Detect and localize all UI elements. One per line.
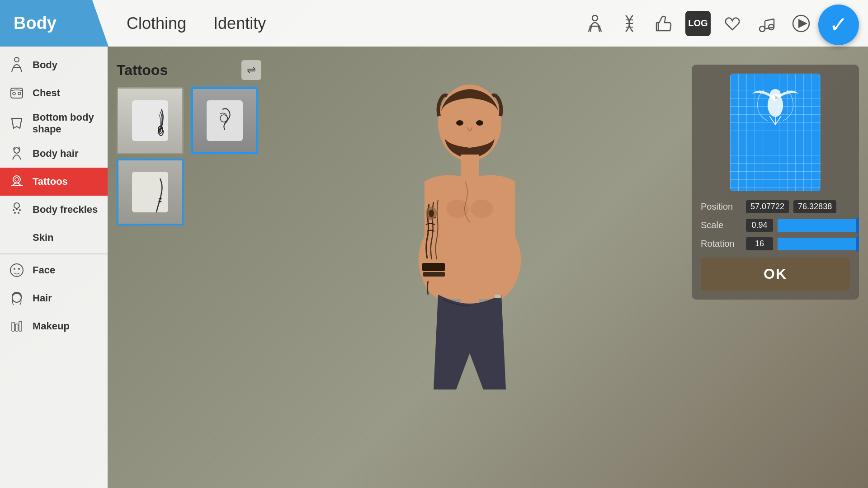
shuffle-icon: ⇌ bbox=[247, 64, 256, 76]
svg-point-22 bbox=[18, 92, 21, 95]
svg-point-29 bbox=[14, 203, 19, 208]
rotation-label: Rotation bbox=[701, 239, 741, 249]
body-freckles-label: Body freckles bbox=[33, 204, 98, 216]
rotation-slider[interactable] bbox=[778, 238, 859, 250]
dna-icon-btn[interactable] bbox=[617, 11, 642, 36]
body-hair-sidebar-icon bbox=[7, 144, 26, 163]
position-x-value[interactable]: 57.07722 bbox=[746, 200, 789, 213]
makeup-sidebar-icon bbox=[7, 317, 26, 336]
skin-label: Skin bbox=[33, 232, 53, 244]
body-tab[interactable]: Body bbox=[0, 0, 108, 47]
svg-point-0 bbox=[592, 15, 598, 21]
position-label: Position bbox=[701, 202, 741, 212]
sidebar-item-makeup[interactable]: Makeup bbox=[0, 312, 108, 340]
log-btn[interactable]: LOG bbox=[685, 11, 711, 36]
tattoo-grid bbox=[117, 87, 261, 225]
ok-button[interactable]: OK bbox=[701, 258, 850, 291]
character-area bbox=[225, 47, 714, 488]
sidebar-item-body[interactable]: Body bbox=[0, 51, 108, 79]
svg-rect-39 bbox=[12, 322, 14, 331]
tattoo-thumb-1 bbox=[118, 89, 182, 153]
clothing-tab[interactable]: Clothing bbox=[127, 14, 186, 33]
topbar-nav: Clothing Identity bbox=[113, 14, 266, 33]
controls: Position 57.07722 76.32838 Scale 0.94 Ro… bbox=[701, 200, 850, 250]
svg-rect-52 bbox=[461, 176, 479, 303]
play-icon-btn[interactable] bbox=[788, 11, 814, 36]
topbar: Body Clothing Identity bbox=[0, 0, 868, 47]
svg-rect-51 bbox=[461, 155, 479, 177]
confirm-button[interactable]: ✓ bbox=[818, 5, 859, 45]
main-content: Tattoos ⇌ bbox=[108, 47, 868, 488]
tattoo-thumb-3 bbox=[118, 160, 182, 224]
position-y-value[interactable]: 76.32838 bbox=[793, 200, 836, 213]
svg-rect-47 bbox=[132, 172, 168, 212]
sidebar-item-face[interactable]: Face bbox=[0, 256, 108, 284]
position-row: Position 57.07722 76.32838 bbox=[701, 200, 859, 213]
svg-rect-59 bbox=[495, 295, 501, 298]
tattoo-panel-title: Tattoos bbox=[117, 62, 168, 79]
body-icon-btn[interactable] bbox=[582, 11, 608, 36]
sidebar-item-tattoos[interactable]: Tattoos bbox=[0, 168, 108, 196]
chest-label: Chest bbox=[33, 87, 60, 99]
svg-rect-45 bbox=[207, 100, 243, 141]
rotation-row: Rotation 16 bbox=[701, 237, 859, 250]
tattoos-sidebar-icon bbox=[7, 172, 26, 191]
sidebar-item-body-hair[interactable]: Body hair bbox=[0, 140, 108, 168]
sidebar-item-hair[interactable]: Hair bbox=[0, 284, 108, 312]
svg-rect-40 bbox=[15, 324, 18, 331]
tattoo-item-1[interactable] bbox=[117, 87, 184, 154]
svg-point-36 bbox=[14, 268, 15, 270]
svg-point-34 bbox=[18, 212, 19, 214]
checkmark-icon: ✓ bbox=[829, 12, 848, 38]
scale-slider-handle[interactable] bbox=[856, 217, 859, 234]
tattoo-edit-panel: Position 57.07722 76.32838 Scale 0.94 Ro… bbox=[692, 65, 859, 300]
tattoo-panel: Tattoos ⇌ bbox=[117, 60, 261, 225]
body-tab-label: Body bbox=[14, 14, 57, 33]
svg-point-50 bbox=[476, 120, 483, 126]
svg-rect-41 bbox=[19, 321, 22, 331]
svg-point-21 bbox=[13, 92, 15, 95]
scale-value[interactable]: 0.94 bbox=[746, 219, 773, 232]
rotation-slider-handle[interactable] bbox=[856, 236, 859, 252]
body-sidebar-icon bbox=[7, 56, 26, 75]
svg-marker-17 bbox=[798, 19, 807, 28]
chest-sidebar-icon bbox=[7, 84, 26, 103]
scale-slider[interactable] bbox=[778, 219, 859, 232]
bottom-body-label: Bottom body shape bbox=[33, 112, 100, 135]
svg-point-37 bbox=[18, 268, 20, 270]
tattoo-thumb-2 bbox=[193, 89, 256, 152]
face-label: Face bbox=[33, 264, 55, 276]
svg-point-56 bbox=[429, 210, 434, 217]
body-hair-label: Body hair bbox=[33, 148, 78, 160]
hair-label: Hair bbox=[33, 292, 52, 304]
sidebar-item-chest[interactable]: Chest bbox=[0, 79, 108, 107]
shuffle-button[interactable]: ⇌ bbox=[241, 60, 261, 80]
tattoo-header: Tattoos ⇌ bbox=[117, 60, 261, 80]
svg-point-49 bbox=[456, 120, 463, 126]
scale-row: Scale 0.94 bbox=[701, 219, 859, 232]
svg-rect-57 bbox=[422, 263, 445, 271]
thumbs-icon-btn[interactable] bbox=[651, 11, 676, 36]
topbar-icons: LOG bbox=[582, 11, 814, 36]
body-freckles-sidebar-icon bbox=[7, 200, 26, 219]
svg-point-26 bbox=[13, 176, 20, 183]
tattoo-preview bbox=[730, 74, 821, 191]
sidebar-item-bottom-body[interactable]: Bottom body shape bbox=[0, 107, 108, 140]
music-icon-btn[interactable] bbox=[754, 11, 779, 36]
svg-point-54 bbox=[471, 200, 493, 218]
svg-point-10 bbox=[760, 26, 765, 32]
tattoos-label: Tattoos bbox=[33, 176, 68, 188]
svg-point-27 bbox=[15, 178, 19, 181]
sidebar-item-skin[interactable]: Skin bbox=[0, 224, 108, 252]
rotation-value[interactable]: 16 bbox=[746, 237, 773, 250]
heart-icon-btn[interactable] bbox=[720, 11, 745, 36]
tattoo-item-2[interactable] bbox=[191, 87, 258, 154]
body-label: Body bbox=[33, 59, 57, 71]
svg-line-15 bbox=[765, 19, 774, 21]
sidebar-item-body-freckles[interactable]: Body freckles bbox=[0, 196, 108, 224]
sidebar-divider bbox=[0, 253, 108, 254]
svg-line-23 bbox=[12, 118, 14, 128]
tattoo-item-3[interactable] bbox=[117, 159, 184, 225]
identity-tab[interactable]: Identity bbox=[213, 14, 266, 33]
svg-point-30 bbox=[13, 209, 14, 211]
